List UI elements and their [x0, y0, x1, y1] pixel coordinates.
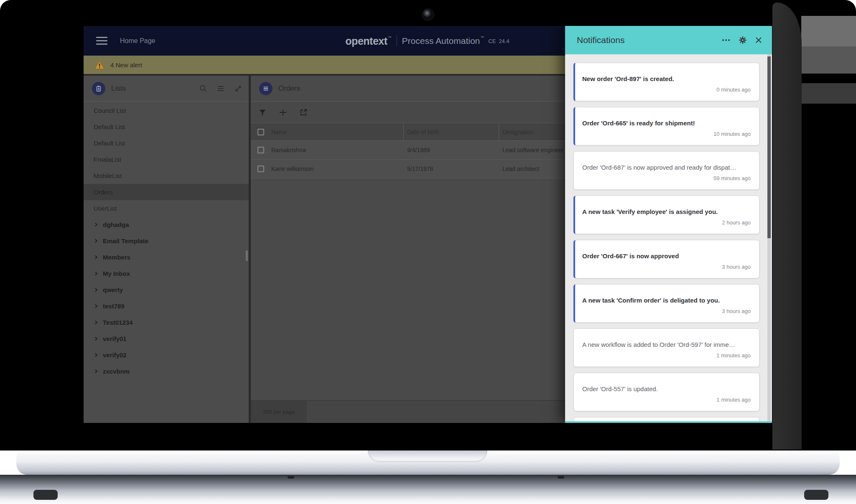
- edition-label: CE: [488, 38, 496, 44]
- hamburger-menu-icon[interactable]: [96, 37, 107, 45]
- settings-gear-icon[interactable]: [738, 36, 747, 45]
- notifications-header: Notifications: [565, 26, 772, 54]
- cell-name: Kane williamson: [251, 160, 404, 178]
- sidebar-list-item[interactable]: Default List: [84, 119, 249, 135]
- list-item-label: qwerty: [103, 286, 123, 293]
- list-item-label: Orders: [94, 188, 113, 196]
- chevron-right-icon: [94, 271, 98, 276]
- chevron-right-icon: [94, 336, 98, 341]
- export-icon[interactable]: [299, 108, 308, 117]
- notifications-scrollbar-track: [767, 54, 771, 421]
- list-item-label: UserList: [94, 205, 117, 212]
- lists-panel-actions: [199, 84, 242, 93]
- trademark-symbol: ™: [480, 36, 484, 40]
- hinge-dot: [558, 476, 564, 479]
- expand-icon[interactable]: [234, 84, 242, 93]
- notification-card[interactable]: A new task 'Verify employee' is assigned…: [573, 196, 759, 234]
- background-device-edge: [801, 83, 856, 104]
- list-item-label: MobileList: [94, 172, 122, 179]
- sidebar-list-item[interactable]: dghadga: [84, 216, 249, 233]
- notifications-title: Notifications: [577, 35, 624, 45]
- sidebar-list-item[interactable]: Default List: [84, 135, 249, 151]
- logo-divider: [397, 36, 397, 46]
- notifications-actions: [721, 35, 763, 45]
- row-checkbox[interactable]: [257, 165, 264, 172]
- list-item-label: verify01: [103, 335, 127, 342]
- column-header-dob[interactable]: Date of birth: [404, 123, 499, 140]
- notification-title: A new workflow is added to Order 'Ord-59…: [582, 341, 751, 349]
- notifications-scrollbar-thumb[interactable]: [767, 56, 771, 238]
- background-device-edge: [801, 46, 856, 74]
- column-header-name[interactable]: Name: [251, 123, 404, 140]
- sidebar-list-item[interactable]: Test01234: [84, 314, 249, 331]
- filter-icon[interactable]: [258, 108, 267, 117]
- notification-card[interactable]: A new task 'Confirm order' is deligated …: [573, 284, 759, 323]
- notification-title: Order 'Ord-687' is now approved and read…: [582, 163, 751, 171]
- laptop-lid-notch: [368, 451, 487, 462]
- menu-icon[interactable]: [217, 84, 225, 93]
- notification-timestamp: 10 minutes ago: [582, 131, 751, 137]
- chevron-right-icon: [94, 304, 98, 308]
- cell-dob: 5/17/1978: [404, 160, 499, 178]
- notification-title: Order 'Ord-557' is updated.: [582, 385, 751, 393]
- background-device-edge: [801, 16, 856, 46]
- webcam-icon: [422, 8, 434, 21]
- notification-timestamp: 3 hours ago: [582, 308, 751, 314]
- list-item-label: Members: [103, 254, 130, 261]
- notification-card[interactable]: Order 'Ord-557' is updated. 1 minutes ag…: [573, 373, 759, 411]
- name-value: Ramakrishna: [271, 147, 306, 153]
- notification-title: A new task 'Confirm order' is deligated …: [582, 296, 751, 304]
- notification-card[interactable]: Order 'Ord-687' is now approved and read…: [573, 151, 759, 190]
- list-item-label: Default List: [94, 140, 125, 147]
- notification-card[interactable]: New order 'Ord-897' is created. 0 minute…: [573, 63, 759, 101]
- sidebar-list-item[interactable]: Council List: [84, 102, 249, 119]
- add-icon[interactable]: [278, 108, 288, 117]
- hinge-dot: [288, 476, 294, 479]
- notification-card[interactable]: Order 'Ord-665' is ready for shipment! 1…: [573, 107, 759, 145]
- sidebar-list-item[interactable]: test789: [84, 298, 249, 314]
- row-checkbox[interactable]: [257, 147, 264, 153]
- sidebar-list-item[interactable]: MobileList: [84, 168, 249, 184]
- chevron-right-icon: [94, 369, 98, 374]
- notification-cards: New order 'Ord-897' is created. 0 minute…: [573, 63, 759, 421]
- sidebar-list-item[interactable]: verify01: [84, 331, 249, 347]
- lists-panel-header: Lists: [84, 76, 249, 102]
- search-icon[interactable]: [199, 84, 207, 93]
- version-label: 24.4: [499, 38, 509, 44]
- page-title: Home Page: [120, 37, 155, 45]
- sidebar-list-item[interactable]: Members: [84, 249, 249, 265]
- select-all-checkbox[interactable]: [257, 129, 264, 135]
- clipboard-icon: [92, 82, 105, 95]
- chevron-right-icon: [94, 222, 98, 227]
- notification-card[interactable]: A new workflow is added to Order 'Ord-59…: [573, 328, 759, 367]
- list-item-label: dghadga: [103, 221, 129, 228]
- sidebar-list-item[interactable]: UserList: [84, 200, 249, 216]
- notifications-panel: Notifications New ord: [565, 26, 772, 423]
- list-item-label: zxcvbnm: [103, 368, 130, 375]
- laptop-mockup: Home Page opentext ™ Process Automation …: [0, 0, 856, 504]
- list-item-label: Email Template: [103, 237, 148, 244]
- close-icon[interactable]: [754, 36, 763, 44]
- sidebar-list-item[interactable]: My Inbox: [84, 265, 249, 282]
- sidebar-list-item[interactable]: Email Template: [84, 233, 249, 249]
- brand-name: opentext: [345, 35, 387, 47]
- notification-timestamp: 1 minutes ago: [582, 397, 751, 403]
- notification-card[interactable]: Order 'Ord-667' is now approved 3 hours …: [573, 240, 759, 278]
- sidebar-list-item[interactable]: FroalaList: [84, 151, 249, 168]
- list-icon: [259, 82, 273, 95]
- lists-panel-title: Lists: [111, 84, 126, 93]
- sidebar-list-item[interactable]: verify02: [84, 347, 249, 363]
- notification-title: Order 'Ord-667' is now approved: [582, 252, 751, 260]
- notification-card[interactable]: [573, 417, 759, 421]
- per-page-selector[interactable]: 200 per page: [251, 401, 307, 423]
- notifications-body: New order 'Ord-897' is created. 0 minute…: [565, 54, 772, 421]
- sidebar-list-item[interactable]: zxcvbnm: [84, 363, 249, 379]
- sidebar-list-item[interactable]: qwerty: [84, 282, 249, 298]
- sidebar-list-item[interactable]: Orders: [84, 184, 249, 200]
- lists-items: Council List Default List Default List: [84, 102, 249, 423]
- chevron-right-icon: [94, 255, 98, 260]
- laptop-lid-edge: [772, 3, 802, 450]
- more-icon[interactable]: [721, 35, 731, 45]
- lists-scrollbar-thumb[interactable]: [246, 250, 248, 261]
- notification-timestamp: 0 minutes ago: [582, 87, 751, 93]
